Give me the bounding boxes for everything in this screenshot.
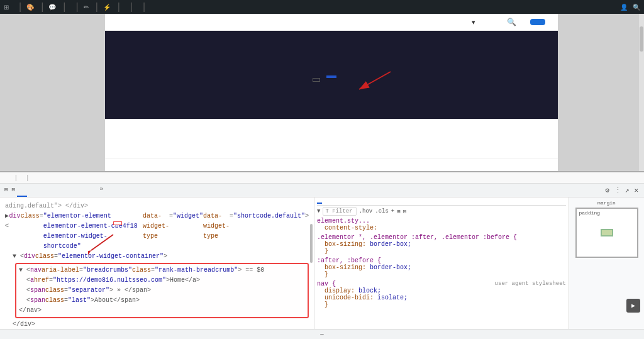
devtools-bottom-bar: — [0, 329, 644, 339]
tab-application[interactable] [77, 184, 87, 197]
dom-line-2[interactable]: ▶ <div class="elementor-element elemento… [5, 211, 309, 252]
nav-link-produts[interactable]: ▾ [470, 18, 475, 26]
style-close-4: } [317, 301, 566, 308]
admin-bar-item-customize[interactable]: 🎨 [26, 4, 36, 11]
chinese-annotation-box [113, 221, 122, 225]
filter-icon: ▼ [317, 208, 320, 214]
tab-more[interactable]: » [97, 184, 106, 197]
dom-line-nav[interactable]: ▼ <nav aria-label="breadcrumbs" class="r… [19, 265, 305, 275]
inquiry-button[interactable] [530, 19, 545, 25]
style-prop-4-1[interactable]: display: block; [317, 287, 566, 294]
style-prop-3-1[interactable]: box-sizing: border-box; [317, 264, 566, 271]
style-rule-3: :after, :before { box-sizing: border-box… [317, 257, 566, 278]
styles-filter-row: ▼ T Filter .hov .cls + ⊞ ⊟ [317, 207, 566, 216]
style-source-4: user agent stylesheet [495, 281, 566, 287]
search-nav-icon[interactable]: 🔍 [507, 18, 516, 26]
breadcrumb-nav-element[interactable] [326, 75, 336, 78]
dom-panel: ading.default"> </div> ▶ <div class="ele… [0, 197, 314, 329]
styles-toggle[interactable]: .hov [359, 208, 373, 214]
devtools-expand-icon[interactable]: ⊞ [3, 184, 9, 197]
devtools-more-icon[interactable]: ⋮ [613, 184, 623, 197]
style-close-3: } [317, 271, 566, 278]
devtools-tabs-bar: ⊞ ⊟ » ⚙ ⋮ ↗ ✕ [0, 184, 644, 197]
tab-network[interactable] [47, 184, 57, 197]
dom-line-a[interactable]: <a href="https://demo816.nultsseo.com">H… [19, 275, 305, 286]
box-model-margin-label: padding [579, 210, 601, 216]
admin-bar-item-edit[interactable]: ✏ [84, 4, 91, 11]
tab-sources[interactable] [37, 184, 47, 197]
box-model-inner [601, 229, 613, 236]
devtools-settings-icon[interactable]: ⚙ [602, 184, 613, 197]
tip-separator-2: | [27, 174, 29, 181]
tab-console[interactable] [27, 184, 37, 197]
site-nav: ▾ 🔍 [105, 14, 558, 31]
styles-filter-box: T Filter [323, 207, 356, 216]
tab-performance[interactable] [57, 184, 67, 197]
styles-tab-props[interactable] [355, 200, 360, 204]
style-prop-2-1[interactable]: box-sizing: border-box; [317, 241, 566, 248]
red-arrow [340, 65, 416, 100]
styles-tab-computed[interactable] [325, 200, 330, 204]
style-selector-3[interactable]: :after, :before { [317, 257, 566, 264]
style-selector-2[interactable]: .elementor *, .elementor :after, .elemen… [317, 234, 566, 241]
dom-scrollbar[interactable] [310, 224, 313, 264]
devtools-undock-icon[interactable]: ↗ [623, 184, 631, 197]
style-selector-1[interactable]: element.sty... [317, 218, 566, 225]
tip-separator-1: | [15, 174, 17, 181]
styles-icon1[interactable]: ⊞ [397, 208, 400, 215]
admin-bar-item-comments[interactable]: 💬 [48, 4, 58, 11]
website-preview: ▾ 🔍 [105, 14, 558, 171]
annotation-arrow [88, 231, 119, 257]
devtools-tip-bar: | | [0, 172, 644, 184]
right-space [558, 14, 644, 171]
wp-icon[interactable]: ⊞ [4, 4, 9, 11]
svg-line-3 [91, 235, 113, 250]
styles-icon2[interactable]: ⊟ [403, 208, 406, 215]
search-icon[interactable]: 🔍 [633, 4, 640, 11]
tab-security[interactable] [87, 184, 97, 197]
styles-tab-event[interactable] [340, 200, 345, 204]
styles-tab-styles[interactable] [317, 200, 322, 204]
console-float-icon[interactable]: ▶ [626, 299, 640, 313]
styles-plus[interactable]: + [391, 208, 394, 214]
user-avatar-icon[interactable]: 👤 [620, 4, 628, 11]
chinese-annotation-text [113, 221, 122, 225]
styles-tab-layout[interactable] [332, 200, 337, 204]
left-space [0, 14, 105, 171]
style-rule-2: .elementor *, .elementor :after, .elemen… [317, 234, 566, 255]
tab-elements[interactable] [17, 184, 27, 197]
dom-line-last: <span class="last">About</span> [19, 296, 305, 306]
filter-label: T Filter [325, 208, 352, 214]
styles-cls[interactable]: .cls [375, 208, 389, 214]
box-model-label: margin [597, 200, 616, 206]
hero-section [105, 31, 558, 119]
devtools-main: ading.default"> </div> ▶ <div class="ele… [0, 197, 644, 329]
style-selector-4[interactable]: nav { [317, 281, 336, 287]
styles-tab-dom-bp[interactable] [347, 200, 352, 204]
styles-tab-acc[interactable] [362, 200, 367, 204]
devtools-bottom-handle[interactable]: — [320, 331, 323, 338]
admin-bar-item-elementor-edit[interactable]: ⚡ [103, 4, 113, 11]
site-footer [105, 158, 558, 171]
dom-line-nav-close: </nav> [19, 306, 305, 316]
scrollbar-thumb[interactable] [640, 26, 643, 52]
dom-line-div-close: </div> [5, 320, 309, 329]
box-model: padding [575, 208, 638, 258]
svg-line-1 [359, 72, 391, 89]
style-rule-4: nav { user agent stylesheet display: blo… [317, 281, 566, 308]
admin-bar: ⊞ | 🎨 | 💬 | | ✏ | ⚡ | | | 👤 🔍 [0, 0, 644, 14]
devtools-collapse-icon[interactable]: ⊟ [9, 184, 16, 197]
dom-line-1: ading.default"> </div> [5, 201, 309, 211]
devtools-close-icon[interactable]: ✕ [631, 184, 641, 197]
style-rule-1: element.sty... content-style: [317, 218, 566, 231]
dom-highlight-box: ▼ <nav aria-label="breadcrumbs" class="r… [15, 263, 309, 318]
chevron-down-icon: ▾ [472, 18, 475, 26]
dom-line-sep: <span class="separator"> » </span> [19, 286, 305, 296]
page-scrollbar[interactable] [639, 14, 644, 171]
styles-tabs-bar [317, 200, 566, 206]
devtools-panel: | | ⊞ ⊟ » ⚙ ⋮ ↗ ✕ ading.default"> </div> [0, 171, 644, 339]
style-prop-4-2[interactable]: unicode-bidi: isolate; [317, 294, 566, 301]
tab-memory[interactable] [67, 184, 77, 197]
style-prop-1-1[interactable]: content-style: [317, 225, 566, 231]
dom-tree: ading.default"> </div> ▶ <div class="ele… [3, 200, 311, 329]
